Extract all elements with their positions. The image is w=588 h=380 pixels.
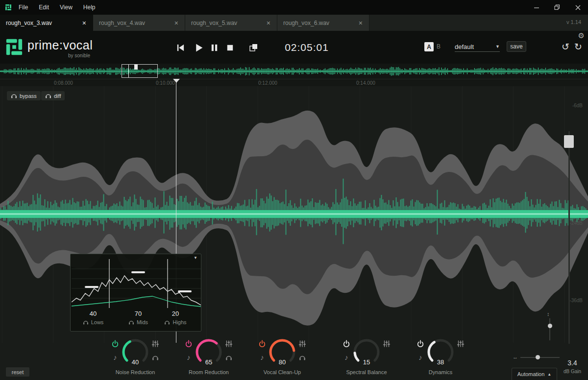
faders-icon[interactable] [457, 340, 465, 348]
band-value: 20 [155, 310, 196, 317]
power-icon[interactable] [343, 340, 350, 348]
restore-icon[interactable] [547, 0, 567, 15]
brand-subtitle: by sonible [27, 53, 90, 58]
module-label: Room Reduction [178, 369, 239, 375]
gain-slider-track[interactable] [568, 131, 570, 344]
power-icon[interactable] [416, 340, 424, 348]
playhead-marker[interactable] [173, 79, 180, 83]
tab-rough-vox-5[interactable]: rough_vox_5.wav × [185, 15, 277, 31]
headphone-icon[interactable] [83, 320, 89, 325]
faders-icon[interactable] [298, 340, 306, 348]
vertical-zoom-handle[interactable] [548, 324, 552, 328]
view-region-selector[interactable] [122, 64, 158, 78]
loop-icon[interactable] [247, 42, 259, 53]
tab-close-icon[interactable]: × [265, 19, 272, 27]
diff-label: diff [54, 93, 61, 99]
power-icon[interactable] [258, 340, 266, 348]
band-lows[interactable]: 40 Lows [73, 310, 114, 325]
tab-close-icon[interactable]: × [173, 19, 180, 27]
undo-icon[interactable]: ↺ [562, 41, 569, 52]
band-label: Lows [91, 319, 104, 325]
automation-label: Automation [517, 371, 545, 377]
automation-button[interactable]: Automation ▲ [512, 368, 557, 380]
module-spectral-balance: ♪ 15 Spectral Balance [336, 338, 397, 378]
module-value: 38 [410, 358, 471, 366]
menu-view[interactable]: View [60, 4, 73, 11]
horizontal-zoom-icon: ↔ [513, 354, 518, 360]
pause-icon[interactable] [208, 42, 220, 53]
titlebar: File Edit View Help [0, 0, 588, 15]
bypass-label: bypass [20, 93, 37, 99]
db-scale-label: -6dB [561, 103, 583, 108]
tab-rough-vox-3[interactable]: rough_vox_3.wav × [0, 15, 93, 31]
preset-selector[interactable]: default ▼ [455, 42, 500, 52]
band-spectrum-display[interactable] [72, 259, 201, 308]
faders-icon[interactable] [151, 340, 159, 348]
band-highs[interactable]: 20 Highs [155, 310, 196, 325]
chevron-up-icon: ▲ [547, 372, 551, 377]
headphone-icon[interactable] [128, 320, 134, 325]
prime-vocal-window: File Edit View Help rough_vox_3.wav × ro… [0, 0, 588, 380]
headphone-icon [11, 93, 17, 98]
power-icon[interactable] [111, 340, 119, 348]
tab-label: rough_vox_3.wav [6, 20, 81, 26]
module-label: Dynamics [410, 369, 471, 375]
faders-icon[interactable] [383, 340, 391, 348]
tab-rough-vox-6[interactable]: rough_vox_6.wav × [277, 15, 369, 31]
gain-unit-label: dB Gain [560, 369, 585, 374]
reset-button[interactable]: reset [6, 367, 29, 377]
tab-close-icon[interactable]: × [357, 19, 364, 27]
module-value: 15 [336, 358, 397, 366]
module-vocal-clean-up: ♪ 80 Vocal Clean-Up [252, 338, 313, 378]
tab-label: rough_vox_6.wav [283, 20, 357, 26]
redo-icon[interactable]: ↻ [574, 41, 582, 52]
band-label: Mids [137, 319, 148, 325]
time-ruler: 0:08.000 0:10.000 0:12.000 0:14.000 [0, 79, 588, 86]
save-button[interactable]: save [507, 41, 526, 52]
horizontal-zoom-handle[interactable] [536, 355, 540, 359]
ruler-label: 0:08.000 [54, 80, 73, 86]
waveform-overview[interactable] [0, 64, 588, 79]
diff-button[interactable]: diff [41, 91, 65, 100]
close-icon[interactable] [567, 0, 588, 15]
ruler-label: 0:14.000 [356, 80, 375, 86]
ruler-label: 0:10.000 [156, 80, 175, 86]
settings-gear-icon[interactable]: ⚙ [578, 31, 585, 40]
gain-slider-handle[interactable] [564, 135, 574, 148]
ab-toggle-a[interactable]: A [424, 42, 434, 51]
tab-label: rough_vox_4.wav [99, 20, 173, 26]
menu-edit[interactable]: Edit [39, 4, 49, 11]
version-label: v 1.14 [566, 19, 581, 25]
preset-name: default [455, 43, 474, 50]
window-controls [526, 0, 588, 15]
ab-toggle-b[interactable]: B [437, 43, 441, 50]
headphone-icon[interactable] [164, 320, 170, 325]
module-label: Vocal Clean-Up [252, 369, 313, 375]
module-value: 80 [252, 358, 313, 366]
faders-icon[interactable] [225, 340, 233, 348]
module-noise-reduction: ♪ 40 Noise Reduction [105, 338, 166, 378]
module-value: 40 [105, 358, 166, 366]
band-control-panel: ▼ 40 Lows 70 Mids 20 Hi [70, 254, 201, 332]
menu-file[interactable]: File [19, 4, 28, 11]
module-label: Spectral Balance [336, 369, 397, 375]
tab-rough-vox-4[interactable]: rough_vox_4.wav × [93, 15, 185, 31]
menu-help[interactable]: Help [83, 4, 96, 11]
vertical-zoom-slider[interactable] [549, 318, 550, 340]
module-room-reduction: ♪ 65 Room Reduction [178, 338, 239, 378]
minimize-icon[interactable] [526, 0, 547, 15]
chevron-down-icon: ▼ [495, 44, 500, 49]
bypass-button[interactable]: bypass [7, 91, 41, 100]
stop-icon[interactable] [224, 42, 236, 53]
skip-back-icon[interactable] [174, 42, 186, 53]
vertical-zoom-icon: ↕ [547, 311, 550, 317]
region-handle[interactable] [128, 65, 129, 77]
band-mids[interactable]: 70 Mids [118, 310, 159, 325]
band-readouts: 40 Lows 70 Mids 20 Highs [71, 310, 201, 331]
tab-close-icon[interactable]: × [81, 19, 88, 27]
play-icon[interactable] [193, 42, 204, 53]
power-icon[interactable] [185, 340, 193, 348]
horizontal-zoom-slider[interactable] [520, 357, 560, 358]
region-marker[interactable] [134, 64, 138, 70]
module-value: 65 [178, 358, 239, 366]
